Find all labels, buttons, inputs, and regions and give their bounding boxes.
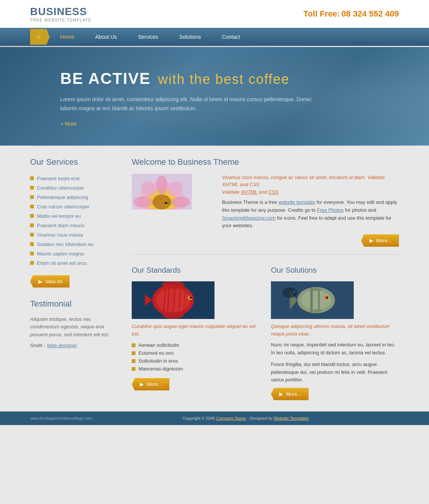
nav-services[interactable]: Services: [128, 28, 169, 46]
svg-rect-33: [318, 290, 320, 311]
list-item[interactable]: Mauris sapien magna: [30, 249, 120, 258]
testimonial-role-link[interactable]: Web designer: [47, 343, 77, 348]
photos-link[interactable]: Free Photos: [317, 207, 344, 213]
bullet-icon: [132, 343, 135, 347]
bullet-icon: [30, 242, 34, 246]
svg-point-3: [152, 194, 171, 209]
svg-point-27: [163, 311, 184, 319]
svg-rect-32: [310, 288, 313, 312]
welcome-more-button[interactable]: ▶ More...: [361, 234, 399, 247]
footer-company-link[interactable]: Company Name: [216, 416, 246, 421]
hero-heading: BE ACTIVE with the best coffee: [60, 70, 369, 88]
testimonial-author: Smith - Web designer: [30, 343, 120, 348]
nav-about[interactable]: About Us: [85, 28, 128, 46]
xhtml-link[interactable]: XHTML: [241, 189, 257, 195]
bullet-icon: [30, 176, 34, 180]
list-item: Euismod eu orci: [132, 349, 260, 357]
solutions-para1: Nunc mi neque, imperdiet sed interdum eu…: [271, 341, 399, 357]
home-nav-button[interactable]: ⌂: [30, 29, 50, 45]
svg-point-7: [171, 196, 190, 208]
services-list: Praesent turpis erat Curabitur ullamcorp…: [30, 174, 120, 268]
welcome-more-container: ▶ More...: [222, 234, 399, 247]
right-column: Welcome to Business Theme: [132, 157, 399, 401]
solutions-title: Our Solutions: [271, 266, 399, 275]
navigation: ⌂ Home About Us Services Solutions Conta…: [0, 28, 429, 46]
bullet-icon: [30, 186, 34, 190]
list-item[interactable]: Cras rutrum ullamcorper: [30, 202, 120, 211]
welcome-image: [132, 174, 214, 209]
hero-title-sub: with the best coffee: [158, 71, 290, 87]
testimonial-block: Testimonial Aliquam tristique, lectus ne…: [30, 299, 120, 348]
bullet-icon: [30, 252, 34, 255]
list-item: Sollicitudin in eros: [132, 357, 260, 365]
list-item[interactable]: Praesent diam mauris: [30, 221, 120, 230]
bullet-icon: [30, 233, 34, 237]
hero-body: Lorem ipsum dolor sit amet, consectetur …: [60, 95, 324, 113]
left-column: Our Services Praesent turpis erat Curabi…: [30, 157, 120, 401]
welcome-inner: Vivamus risus massa, congue ac varius si…: [132, 174, 399, 247]
css-link[interactable]: CSS: [268, 189, 278, 195]
arrow-icon: ▶: [279, 391, 283, 397]
nav-links: Home About Us Services Solutions Contact: [50, 28, 399, 46]
brand-block: BUSINESS FREE WEBSITE TEMPLATE: [30, 6, 91, 22]
fish-svg: [132, 281, 214, 319]
testimonial-title: Testimonial: [30, 299, 120, 309]
welcome-title: Welcome to Business Theme: [132, 157, 399, 167]
angel-fish-svg: [271, 281, 354, 319]
list-item[interactable]: Etiam sit amet est arcu: [30, 258, 120, 268]
header: BUSINESS FREE WEBSITE TEMPLATE Toll Free…: [0, 0, 429, 28]
welcome-text-block: Vivamus risus massa, congue ac varius si…: [222, 174, 399, 247]
footer-url: www.heritagechristiancollege.com: [30, 416, 93, 421]
bullet-icon: [30, 261, 34, 265]
svg-point-39: [282, 287, 297, 298]
hero-more-link[interactable]: + More: [60, 121, 369, 127]
footer-templates-link[interactable]: Website Templates: [274, 416, 309, 421]
main-content: Our Services Praesent turpis erat Curabi…: [0, 146, 429, 412]
standards-image: [132, 281, 214, 319]
bullet-icon: [132, 367, 135, 371]
services-title: Our Services: [30, 157, 120, 167]
standards-more-button[interactable]: ▶ More...: [132, 378, 169, 390]
svg-point-6: [134, 196, 152, 208]
standards-title: Our Standards: [132, 266, 260, 275]
list-item[interactable]: Sodales nec bibendum eu: [30, 240, 120, 249]
list-item[interactable]: Curabitur ullamcorper: [30, 183, 120, 193]
welcome-highlight: Vivamus risus massa, congue ac varius si…: [222, 174, 399, 196]
toll-free-block: Toll Free: 08 324 552 409: [303, 9, 399, 19]
list-item[interactable]: Pellentesque adipiscing: [30, 193, 120, 202]
arrow-icon: ▶: [370, 238, 373, 243]
list-item[interactable]: Vivamus risus massa: [30, 230, 120, 240]
welcome-section: Welcome to Business Theme: [132, 157, 399, 255]
bullet-icon: [30, 205, 34, 208]
svg-point-40: [293, 290, 295, 293]
standards-section: Our Standards: [132, 266, 260, 400]
nav-home[interactable]: Home: [50, 28, 85, 46]
brand-title: BUSINESS: [30, 6, 91, 18]
solutions-section: Our Solutions: [271, 266, 399, 400]
list-item: Aenean sollicitudin: [132, 341, 260, 349]
bullet-icon: [132, 351, 135, 355]
hero-banner: BE ACTIVE with the best coffee Lorem ips…: [0, 47, 429, 146]
template-link[interactable]: website template: [278, 199, 315, 205]
bullet-icon: [30, 195, 34, 199]
svg-point-25: [190, 296, 192, 299]
standards-solutions-row: Our Standards: [132, 266, 399, 400]
nav-solutions[interactable]: Solutions: [169, 28, 211, 46]
list-item[interactable]: Praesent turpis erat: [30, 174, 120, 183]
arrow-icon: ▶: [140, 381, 144, 387]
hero-title-main: BE ACTIVE: [60, 70, 151, 87]
toll-free-label: Toll Free: 08 324 552 409: [303, 12, 399, 18]
arrow-icon: ▶: [38, 279, 42, 284]
standards-caption: Curabitur quis augue eget mauris vulputa…: [132, 323, 260, 337]
list-item: Maecenas dignissim: [132, 365, 260, 373]
view-all-button[interactable]: ▶ View All: [30, 275, 70, 288]
solutions-more-button[interactable]: ▶ More...: [271, 388, 309, 400]
flower-svg: [132, 174, 192, 209]
list-item[interactable]: Mattis vel tempor eu: [30, 211, 120, 221]
nav-contact[interactable]: Contact: [211, 28, 251, 46]
footer-copyright: Copyright © 2048 Company Name - Designed…: [93, 416, 399, 421]
bullet-icon: [30, 223, 34, 227]
bullet-icon: [132, 359, 135, 363]
smashing-link[interactable]: SmashingMagazine.com: [222, 215, 275, 221]
testimonial-text: Aliquam tristique, lectus nec condimentu…: [30, 316, 120, 339]
